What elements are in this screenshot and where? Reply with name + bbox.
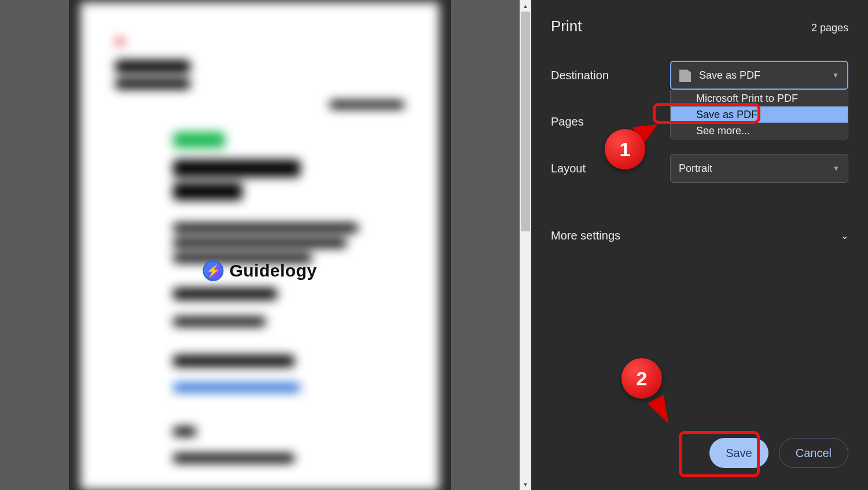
annotation-pointer-2 xyxy=(648,395,677,428)
destination-selected-value: Save as PDF xyxy=(699,69,760,82)
guidelogy-watermark: ⚡ Guidelogy xyxy=(203,260,317,281)
destination-option-save-pdf[interactable]: Save as PDF xyxy=(671,106,848,123)
annotation-step-2: 2 xyxy=(621,358,662,399)
print-preview-area: ⚡ Guidelogy xyxy=(0,0,520,490)
page-count: 2 pages xyxy=(811,22,848,34)
scroll-thumb[interactable] xyxy=(521,12,530,231)
destination-select[interactable]: Save as PDF ▼ xyxy=(670,61,848,90)
destination-option-ms-print[interactable]: Microsoft Print to PDF xyxy=(671,90,848,106)
destination-dropdown: Microsoft Print to PDF Save as PDF See m… xyxy=(670,90,848,139)
cancel-button[interactable]: Cancel xyxy=(779,438,848,468)
layout-select[interactable]: Portrait ▼ xyxy=(670,154,848,183)
panel-title: Print xyxy=(551,17,582,35)
guidelogy-logo-text: Guidelogy xyxy=(229,261,317,281)
print-settings-panel: Print 2 pages Destination Save as PDF ▼ … xyxy=(531,0,868,490)
layout-selected-value: Portrait xyxy=(679,163,712,175)
chevron-down-icon: ▼ xyxy=(833,164,840,172)
pdf-file-icon xyxy=(679,68,691,82)
guidelogy-logo-icon: ⚡ xyxy=(203,260,223,281)
annotation-step-1: 1 xyxy=(605,129,645,170)
destination-option-see-more[interactable]: See more... xyxy=(671,123,848,139)
preview-scrollbar[interactable]: ▲ ▼ xyxy=(520,0,531,490)
preview-page-container: ⚡ Guidelogy xyxy=(69,0,451,490)
scroll-up-arrow-icon[interactable]: ▲ xyxy=(520,0,531,12)
scroll-down-arrow-icon[interactable]: ▼ xyxy=(520,478,531,490)
chevron-down-icon: ▼ xyxy=(832,71,839,79)
more-settings-label: More settings xyxy=(551,229,620,242)
more-settings-toggle[interactable]: More settings ⌄ xyxy=(551,220,848,252)
preview-page-blurred xyxy=(80,2,439,490)
chevron-down-icon: ⌄ xyxy=(841,230,848,241)
save-button[interactable]: Save xyxy=(709,438,768,468)
destination-label: Destination xyxy=(551,69,670,82)
